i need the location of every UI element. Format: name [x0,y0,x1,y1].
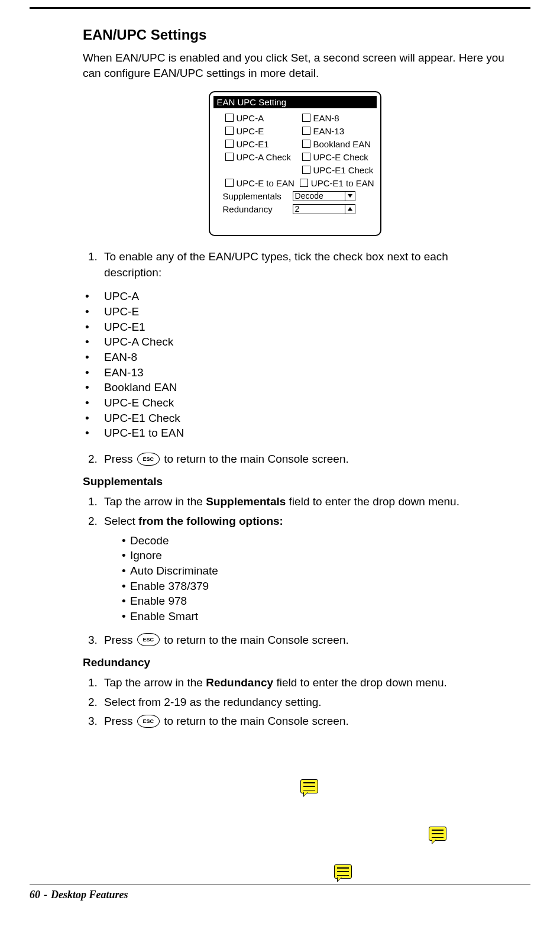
red-step-2: Select from 2-19 as the redundancy setti… [101,695,507,711]
stepper-arrow-button[interactable] [345,205,355,214]
checkbox-upc-e1-to-ean-label: UPC-E1 to EAN [311,178,374,188]
list-item: UPC-E [85,304,507,320]
list-item: UPC-E1 Check [85,411,507,426]
checkbox-bookland-ean[interactable]: Bookland EAN [302,138,379,150]
supplementals-field: Supplementals Decode [223,190,374,202]
checkbox-label: UPC-E1 [237,139,269,149]
checkbox-label: UPC-E [237,126,264,136]
redundancy-steps: Tap the arrow in the Redundancy field to… [83,675,507,730]
dialog-body: UPC-A UPC-E UPC-E1 UPC-A Check EAN-8 EAN… [213,108,377,231]
checkbox-upc-a[interactable]: UPC-A [225,112,302,124]
step-enable-types: To enable any of the EAN/UPC types, tick… [101,249,507,280]
checkbox-upc-e[interactable]: UPC-E [225,125,302,137]
redundancy-stepper[interactable]: 2 [293,204,355,214]
list-item: UPC-A Check [85,334,507,350]
checkbox-label: UPC-A Check [237,152,292,162]
footer-separator: - [44,889,47,901]
redundancy-value: 2 [295,204,300,214]
step-press-esc: Press ESC to return to the main Console … [101,451,507,467]
chevron-down-icon [348,194,352,198]
checkbox-icon [225,153,234,161]
esc-key-icon: ESC [137,453,160,466]
checkbox-icon [302,140,310,148]
checkbox-icon [302,166,310,174]
list-item: Enable 978 [122,593,507,609]
checkbox-label: Bookland EAN [313,139,371,149]
checkbox-col-left: UPC-A UPC-E UPC-E1 UPC-A Check [225,112,302,177]
types-list: UPC-AUPC-EUPC-E1UPC-A CheckEAN-8EAN-13Bo… [83,289,507,440]
list-item: Ignore [122,548,507,563]
checkbox-icon [225,114,234,122]
checkbox-ean-13[interactable]: EAN-13 [302,125,379,137]
intro-paragraph: When EAN/UPC is enabled and you click Se… [83,50,507,80]
steps-main-1: To enable any of the EAN/UPC types, tick… [83,249,507,280]
red-step-3: Press ESC to return to the main Console … [101,714,507,730]
esc-key-icon: ESC [137,633,160,646]
checkbox-icon [225,140,234,148]
list-item: EAN-8 [85,350,507,365]
page-footer: 60 - Desktop Features [30,885,530,901]
annotation-note-icon[interactable] [300,779,318,793]
list-item: EAN-13 [85,365,507,380]
checkbox-upc-a-check[interactable]: UPC-A Check [225,151,302,163]
checkbox-row-upc-to-ean: UPC-E to EAN UPC-E1 to EAN [225,177,374,189]
list-item: UPC-E1 [85,320,507,335]
checkbox-label: UPC-E Check [313,152,368,162]
checkbox-upc-e1-check[interactable]: UPC-E1 Check [302,164,379,176]
list-item: UPC-E1 to EAN [85,425,507,441]
dropdown-arrow-button[interactable] [345,192,355,201]
list-item: UPC-E Check [85,395,507,411]
checkbox-icon [225,127,234,135]
checkbox-icon [302,114,310,122]
supplementals-dropdown[interactable]: Decode [293,191,355,201]
supp-step-3: Press ESC to return to the main Console … [101,633,507,648]
checkbox-upc-e-to-ean-label: UPC-E to EAN [237,178,294,188]
redundancy-heading: Redundancy [83,656,507,669]
supplementals-options-list: DecodeIgnoreAuto DiscriminateEnable 378/… [104,533,507,624]
checkbox-label: UPC-E1 Check [313,165,374,175]
ean-upc-setting-dialog: EAN UPC Setting UPC-A UPC-E UPC-E1 UPC-A… [209,91,381,236]
redundancy-label: Redundancy [223,204,293,214]
list-item: Auto Discriminate [122,563,507,579]
checkbox-col-right: EAN-8 EAN-13 Bookland EAN UPC-E Check UP… [302,112,379,177]
list-item: UPC-A [85,289,507,304]
annotation-note-icon[interactable] [429,827,446,841]
checkbox-label: EAN-8 [313,113,339,123]
list-item: Bookland EAN [85,380,507,395]
checkbox-label: EAN-13 [313,126,345,136]
checkbox-icon[interactable] [300,179,308,187]
checkbox-upc-e1[interactable]: UPC-E1 [225,138,302,150]
checkbox-upc-e-check[interactable]: UPC-E Check [302,151,379,163]
list-item: Enable Smart [122,609,507,624]
checkbox-icon [302,127,310,135]
checkbox-label: UPC-A [237,113,264,123]
settings-dialog-figure: EAN UPC Setting UPC-A UPC-E UPC-E1 UPC-A… [83,91,507,236]
supp-step-1: Tap the arrow in the Supplementals field… [101,494,507,510]
steps-main-2: Press ESC to return to the main Console … [83,451,507,467]
checkbox-ean-8[interactable]: EAN-8 [302,112,379,124]
list-item: Decode [122,533,507,548]
chevron-up-icon [348,207,352,211]
page-title: EAN/UPC Settings [83,27,507,43]
chapter-title: Desktop Features [51,889,128,901]
annotation-note-icon[interactable] [334,864,352,879]
supplementals-heading: Supplementals [83,475,507,488]
supplementals-label: Supplementals [223,191,293,201]
checkbox-icon[interactable] [225,179,234,187]
esc-key-icon: ESC [137,715,160,728]
checkbox-placeholder [225,164,302,176]
redundancy-field: Redundancy 2 [223,203,374,215]
page-number: 60 [30,889,40,901]
dialog-title: EAN UPC Setting [213,96,377,108]
supplementals-steps: Tap the arrow in the Supplementals field… [83,494,507,648]
supplementals-value: Decode [295,191,323,201]
red-step-1: Tap the arrow in the Redundancy field to… [101,675,507,691]
list-item: Enable 378/379 [122,579,507,594]
supp-step-2: Select from the following options: Decod… [101,514,507,624]
checkbox-icon [302,153,310,161]
page-content: EAN/UPC Settings When EAN/UPC is enabled… [0,9,560,885]
